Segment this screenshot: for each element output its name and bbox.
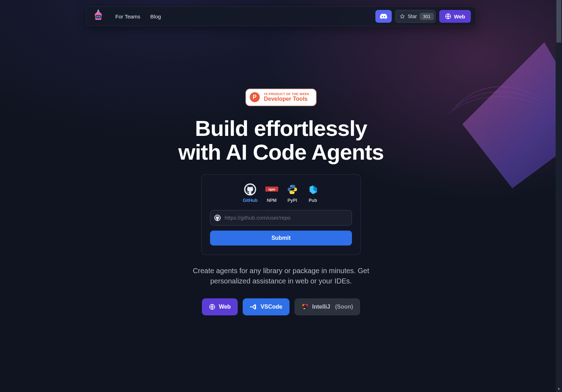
repo-url-input[interactable] — [210, 210, 352, 226]
github-star-button[interactable]: Star 301 — [395, 10, 435, 23]
source-tab-pypi[interactable]: PyPI — [286, 183, 299, 203]
globe-icon — [445, 13, 451, 20]
discord-icon — [380, 13, 387, 20]
create-agent-card: GitHub npm NPM — [201, 174, 361, 255]
cta-intellij-button: IntelliJ (Soon) — [294, 298, 360, 315]
ph-badge-sub: #5 PRODUCT OF THE WEEK — [264, 92, 310, 96]
navbar: For Teams Blog Star 301 Web — [86, 6, 476, 26]
cta-web-button[interactable]: Web — [202, 298, 238, 315]
scrollbar-thumb[interactable] — [556, 0, 561, 43]
cta-intellij-label: IntelliJ — [312, 304, 330, 310]
cta-web-label: Web — [219, 304, 231, 310]
cta-row: Web VSCode IntelliJ (Soon) — [202, 298, 360, 315]
headline-line1: Build effortlessly — [195, 116, 367, 140]
dart-icon — [307, 183, 319, 196]
ph-badge-main: Developer Tools — [264, 96, 310, 102]
github-icon — [244, 183, 257, 196]
hero: P #5 PRODUCT OF THE WEEK Developer Tools… — [0, 89, 562, 315]
nav-right: Star 301 Web — [375, 10, 471, 23]
svg-point-9 — [293, 192, 294, 193]
source-tab-npm[interactable]: npm NPM — [265, 183, 278, 203]
star-icon — [400, 14, 405, 19]
headline: Build effortlessly with AI Code Agents — [178, 117, 384, 164]
svg-point-8 — [291, 186, 291, 186]
app-logo[interactable] — [91, 9, 105, 23]
nav-links: For Teams Blog — [115, 13, 161, 20]
scroll-down-arrow-icon[interactable]: ▼ — [556, 386, 562, 392]
sub-copy: Create agents for any library or package… — [182, 266, 380, 286]
svg-point-3 — [99, 16, 100, 17]
headline-line2: with AI Code Agents — [178, 140, 384, 164]
source-tab-label: Pub — [309, 198, 317, 203]
star-count: 301 — [420, 13, 434, 20]
globe-icon — [209, 304, 215, 310]
cta-vscode-label: VSCode — [260, 304, 282, 310]
nav-link-for-teams[interactable]: For Teams — [115, 13, 140, 20]
intellij-icon — [302, 303, 309, 310]
web-button-label: Web — [454, 13, 465, 20]
scrollbar-track[interactable]: ▲ ▼ — [556, 0, 562, 392]
source-tab-pub[interactable]: Pub — [307, 183, 319, 203]
nav-link-blog[interactable]: Blog — [150, 13, 161, 20]
cta-intellij-soon: (Soon) — [335, 304, 353, 310]
source-tab-label: NPM — [267, 198, 277, 203]
npm-icon: npm — [265, 183, 278, 196]
discord-button[interactable] — [375, 10, 392, 23]
svg-rect-13 — [303, 308, 305, 309]
svg-point-2 — [97, 16, 98, 17]
product-hunt-icon: P — [250, 92, 260, 102]
star-label: Star — [408, 13, 417, 19]
source-tab-label: PyPI — [287, 198, 297, 203]
submit-button[interactable]: Submit — [210, 231, 352, 245]
source-tab-label: GitHub — [243, 198, 258, 203]
cta-vscode-button[interactable]: VSCode — [243, 298, 289, 315]
github-small-icon — [214, 215, 221, 221]
svg-rect-1 — [95, 15, 101, 18]
vscode-icon — [250, 303, 257, 310]
source-tabs: GitHub npm NPM — [243, 183, 319, 203]
svg-text:npm: npm — [268, 188, 275, 191]
web-button[interactable]: Web — [439, 10, 471, 23]
source-tab-github[interactable]: GitHub — [243, 183, 258, 203]
product-hunt-badge[interactable]: P #5 PRODUCT OF THE WEEK Developer Tools — [246, 89, 317, 106]
python-icon — [286, 183, 299, 196]
